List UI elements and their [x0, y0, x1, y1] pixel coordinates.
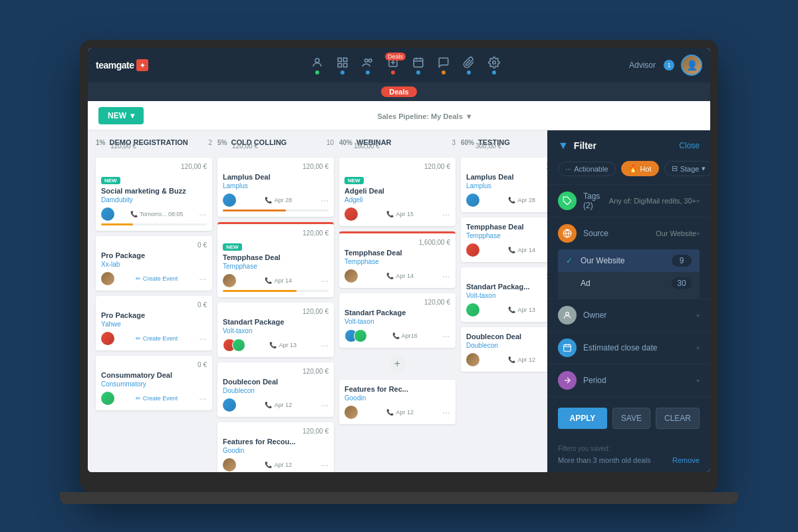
clear-button[interactable]: CLEAR [656, 408, 700, 429]
card-more[interactable]: ··· [199, 273, 207, 284]
card-company: Doublecon [466, 342, 547, 349]
nav-contacts[interactable] [311, 57, 323, 74]
nav-chat[interactable] [438, 57, 450, 74]
saved-filter-remove[interactable]: Remove [672, 456, 700, 464]
svg-rect-8 [414, 59, 423, 67]
card-more[interactable]: ··· [442, 209, 450, 219]
app-container: teamgate ✦ [88, 48, 710, 472]
estimated-arrow: ▾ [696, 344, 700, 352]
deal-card[interactable]: Tempphase Deal Tempphase 📞Apr 14 ··· [461, 217, 547, 262]
tag-icon [558, 192, 577, 210]
card-more[interactable]: ··· [321, 340, 329, 350]
card-title: Pro Package [101, 311, 207, 319]
card-more[interactable]: ··· [321, 275, 329, 286]
card-avatar [101, 207, 114, 221]
card-avatar [223, 458, 236, 471]
card-more[interactable]: ··· [442, 271, 450, 281]
deal-card[interactable]: 120,00 € Doublecon Deal Doublecon 📞Apr 1… [217, 362, 334, 417]
filter-row-owner[interactable]: Owner ▾ [547, 299, 710, 331]
card-more[interactable]: ··· [442, 331, 450, 341]
filter-tab-hot[interactable]: 🔥 Hot [621, 161, 659, 176]
deal-card[interactable]: 120,00 € NEW Tempphase Deal Tempphase 📞A… [217, 222, 334, 297]
filter-tab-actionable[interactable]: ··· Actionable [558, 162, 616, 176]
sub-nav: Deals [88, 82, 710, 101]
filter-row-source[interactable]: Source Our Website ▾ [547, 217, 710, 249]
card-more[interactable]: ··· [199, 209, 207, 219]
deal-card[interactable]: 0 € Pro Package Xx-lab ✏ Create Event ··… [96, 236, 212, 291]
source-arrow: ▾ [696, 230, 700, 237]
card-company: Goodin [344, 394, 450, 402]
deal-card[interactable]: 120,00 € Standart Packag... Volt-taxon 📞… [461, 267, 547, 322]
card-more[interactable]: ··· [321, 460, 329, 470]
deal-card[interactable]: 0 € Pro Package Yahwe ✏ Create Event ··· [96, 296, 212, 350]
card-avatar [223, 274, 236, 287]
card-amount: 120,00 € [466, 163, 547, 170]
source-value: Our Website [656, 229, 696, 237]
source-option-website[interactable]: ✓ Our Website 9 [558, 249, 700, 272]
card-avatar [101, 332, 114, 345]
deal-card[interactable]: 120,00 € NEW Adgeli Deal Adgeli 📞Apr 15 … [339, 158, 456, 226]
source-option-ad[interactable]: Ad 30 [558, 272, 700, 295]
card-title: Standart Package [223, 318, 329, 326]
filter-row-period[interactable]: Period ▾ [547, 364, 710, 396]
deal-card[interactable]: 120,00 € Standart Package Volt-taxon 📞Ap… [339, 293, 456, 348]
deal-card[interactable]: 0 € Consummatory Deal Consummatory ✏ Cre… [96, 356, 212, 410]
nav-dashboard[interactable] [336, 57, 348, 74]
card-amount: 0 € [101, 361, 207, 368]
card-title: Tempphase Deal [344, 249, 450, 257]
card-company: Adgeli [344, 196, 450, 203]
user-avatar[interactable]: 👤 [681, 55, 702, 76]
deal-card[interactable]: 120,00 € Lamplus Deal Lamplus 📞Apr 28 ··… [217, 158, 334, 217]
filter-funnel-icon: ▼ [558, 140, 569, 152]
pipeline-title: Sales Pipeline: My Deals ▼ [150, 110, 700, 121]
filter-tab-stage[interactable]: ⊟ Stage ▾ [664, 161, 710, 176]
card-amount: 120,00 € [344, 299, 450, 306]
svg-rect-4 [343, 63, 346, 66]
card-avatar [344, 406, 358, 419]
new-button[interactable]: NEW ▾ [98, 107, 144, 124]
kanban-col-webinar: 40% WEBINAR 3 180,00 € 120,00 € NEW Adge… [339, 138, 456, 464]
card-amount: 120,00 € [344, 163, 450, 170]
card-avatar [223, 398, 236, 412]
nav-calendar[interactable] [412, 57, 424, 74]
deal-card[interactable]: Features for Rec... Goodin 📞Apr 12 ··· [339, 380, 456, 424]
card-amount: 120,00 € [223, 229, 329, 237]
deal-card[interactable]: 1,600,00 € Tempphase Deal Tempphase 📞Apr… [339, 231, 456, 288]
card-title: Tempphase Deal [223, 253, 329, 261]
filter-row-tags[interactable]: Tags (2) Any of: DigiMail redits, 30+ ▾ [547, 184, 710, 217]
stage-chevron: ▾ [702, 164, 706, 173]
card-more[interactable]: ··· [199, 333, 207, 344]
deal-card[interactable]: 120,00 € Lamplus Deal Lamplus 📞Apr 28 ··… [461, 158, 547, 212]
kanban-col-testing: 60% TESTING 3 300,00 € 120,00 € Lamplus … [461, 138, 547, 464]
card-amount: 120,00 € [223, 368, 329, 375]
deal-card[interactable]: 120,00 € Standart Package Volt-taxon 📞Ap… [217, 303, 334, 357]
card-title: Features for Rec... [344, 385, 450, 393]
nav-deals[interactable]: Deals [387, 57, 399, 74]
card-more[interactable]: ··· [321, 195, 329, 205]
save-button[interactable]: SAVE [612, 408, 650, 429]
saved-filter-name: More than 3 month old deals [558, 456, 650, 464]
apply-button[interactable]: APPLY [558, 408, 607, 429]
card-more[interactable]: ··· [199, 393, 207, 404]
card-avatar [354, 329, 367, 342]
col-amount-testing: 300,00 € [461, 142, 547, 150]
main-content: 1% DEMO REGISTRATION 2 120,00 € 120,00 €… [88, 130, 710, 472]
card-title: Social marketing & Buzz [101, 187, 207, 195]
card-more[interactable]: ··· [442, 407, 450, 418]
filter-close-button[interactable]: Close [679, 141, 700, 150]
kanban-board: 1% DEMO REGISTRATION 2 120,00 € 120,00 €… [88, 130, 547, 472]
deal-card[interactable]: 120,00 € NEW Social marketing & Buzz Dam… [96, 158, 212, 231]
filter-row-estimated[interactable]: Estimated close date ▾ [547, 331, 710, 364]
nav-attach[interactable] [463, 57, 475, 74]
nav-settings[interactable] [488, 57, 500, 74]
deals-tab[interactable]: Deals [381, 86, 416, 97]
advisor-badge: 1 [664, 60, 674, 70]
source-dropdown: ✓ Our Website 9 Ad 30 Referral 18 [558, 249, 700, 299]
deal-card[interactable]: 120,00 € Features for Recou... Goodin 📞A… [217, 422, 334, 472]
add-deal-webinar[interactable]: + [390, 356, 406, 372]
card-more[interactable]: ··· [321, 400, 329, 410]
svg-point-0 [315, 59, 319, 63]
nav-people[interactable] [362, 57, 374, 74]
deal-card[interactable]: Doublecon Deal Doublecon 📞Apr 12 ··· [461, 327, 547, 372]
svg-rect-3 [338, 63, 341, 66]
